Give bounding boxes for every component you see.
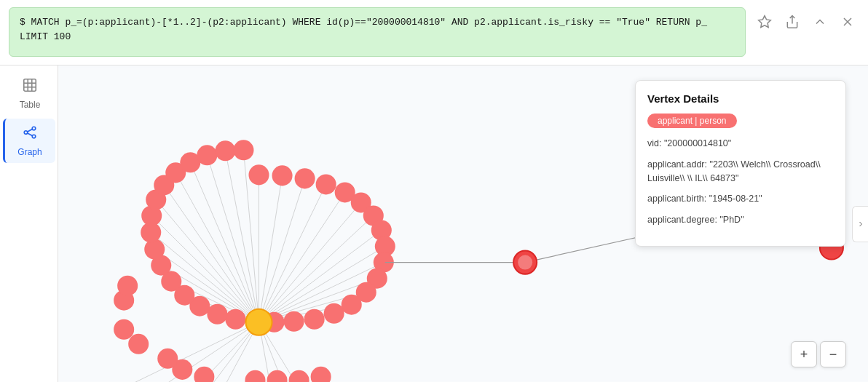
graph-area[interactable]: Vertex Details applicant | person vid: "…: [58, 65, 868, 382]
svg-point-87: [197, 145, 217, 165]
collapse-handle[interactable]: [852, 206, 868, 242]
share-button[interactable]: [781, 10, 804, 33]
svg-point-98: [114, 319, 134, 340]
svg-point-106: [518, 255, 532, 270]
svg-point-74: [225, 309, 245, 330]
svg-rect-4: [24, 79, 36, 92]
query-text-box[interactable]: $ MATCH p_=(p:applicant)-[*1..2]-(p2:app…: [9, 7, 746, 57]
star-button[interactable]: [753, 10, 776, 33]
collapse-button[interactable]: [808, 10, 832, 33]
main-container: $ MATCH p_=(p:applicant)-[*1..2]-(p2:app…: [0, 0, 868, 382]
svg-point-10: [32, 127, 36, 130]
vertex-property-degree-label: applicant.degree: "PhD": [647, 215, 744, 225]
svg-point-59: [295, 168, 315, 188]
zoom-in-button[interactable]: +: [791, 341, 817, 367]
vertex-property-vid-label: vid:: [647, 138, 664, 148]
svg-point-96: [157, 349, 178, 369]
svg-point-69: [342, 295, 362, 315]
sidebar-tab-graph[interactable]: Graph: [3, 119, 55, 163]
vertex-property-birth-value: "1945-08-21": [709, 194, 762, 204]
svg-point-75: [207, 304, 227, 325]
vertex-property-degree: applicant.degree: "PhD": [647, 213, 834, 227]
svg-point-88: [215, 140, 235, 161]
table-icon: [22, 77, 38, 97]
graph-tab-label: Graph: [17, 147, 42, 157]
query-actions: [753, 7, 859, 33]
svg-point-104: [245, 309, 272, 335]
zoom-controls: + −: [791, 341, 846, 367]
vertex-property-birth: applicant.birth: "1945-08-21": [647, 192, 834, 206]
vertex-property-vid-value: "200000014810": [664, 138, 731, 148]
vertex-property-addr-label: applicant.addr:: [647, 159, 709, 170]
vertex-property-birth-label: applicant.birth:: [647, 194, 709, 204]
svg-point-57: [248, 164, 269, 185]
zoom-out-button[interactable]: −: [820, 341, 846, 367]
svg-point-11: [32, 135, 36, 138]
query-bar: $ MATCH p_=(p:applicant)-[*1..2]-(p2:app…: [0, 0, 868, 65]
svg-marker-0: [759, 16, 771, 28]
sidebar-tab-table[interactable]: Table: [3, 71, 55, 116]
vertex-property-addr: applicant.addr: "2203\\ Welch\\ Crossroa…: [647, 158, 834, 186]
graph-icon: [22, 124, 38, 144]
svg-point-60: [316, 174, 336, 194]
vertex-panel: Vertex Details applicant | person vid: "…: [635, 80, 846, 247]
vertex-label-badge: applicant | person: [647, 114, 737, 128]
svg-point-71: [304, 309, 325, 330]
svg-point-97: [128, 334, 149, 354]
vertex-property-vid: vid: "200000014810": [647, 137, 834, 151]
svg-point-89: [233, 140, 253, 160]
svg-point-9: [24, 131, 28, 135]
svg-point-58: [272, 165, 293, 186]
content-area: Table Graph: [0, 65, 868, 382]
svg-point-80: [144, 239, 165, 260]
svg-line-13: [28, 133, 32, 136]
table-tab-label: Table: [20, 100, 41, 110]
svg-point-100: [117, 276, 138, 296]
close-button[interactable]: [836, 10, 859, 33]
svg-point-70: [324, 303, 344, 324]
svg-line-12: [28, 129, 32, 132]
sidebar: Table Graph: [0, 65, 58, 382]
svg-point-72: [284, 311, 304, 332]
vertex-panel-title: Vertex Details: [647, 92, 834, 105]
